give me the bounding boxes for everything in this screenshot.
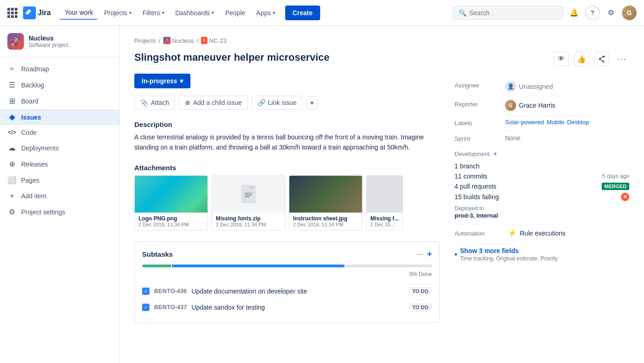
unassigned-icon: 👤 xyxy=(505,81,516,92)
nav-projects[interactable]: Projects ▾ xyxy=(99,6,136,19)
settings-button[interactable]: ⚙ xyxy=(604,6,618,20)
sidebar-item-roadmap[interactable]: ≈ Roadmap xyxy=(0,61,119,77)
subtask-status[interactable]: TO DO xyxy=(408,287,432,295)
share-button[interactable] xyxy=(594,52,609,66)
label-tag-desktop[interactable]: Desktop xyxy=(567,119,589,126)
add-item-icon: + xyxy=(7,192,17,200)
assignee-value[interactable]: 👤 Unassigned xyxy=(505,81,553,92)
link-issue-button[interactable]: 🔗 Link issue xyxy=(252,96,303,109)
sidebar-item-pages[interactable]: ⬜ Pages xyxy=(0,172,119,188)
development-header: Development + xyxy=(454,150,629,157)
subtask-checkbox[interactable]: ✓ xyxy=(142,304,150,311)
automation-row: Automation ⚡ Rule executions xyxy=(454,229,629,237)
breadcrumb-projects[interactable]: Projects xyxy=(134,37,156,44)
attach-button[interactable]: 📎 Attach xyxy=(134,96,175,109)
toolbar-more-button[interactable]: ▾ xyxy=(306,96,318,109)
sidebar-item-deployments[interactable]: ☁ Deployments xyxy=(0,140,119,156)
nav-your-work[interactable]: Your work xyxy=(60,6,98,20)
rule-executions-link[interactable]: Rule executions xyxy=(520,230,566,237)
attachments-heading: Attachments xyxy=(134,164,440,172)
subtasks-add-button[interactable]: + xyxy=(427,249,432,259)
attachment-thumb xyxy=(135,176,207,213)
breadcrumb-nucleus[interactable]: 🚀 Nucleus xyxy=(163,37,194,44)
link-icon: 🔗 xyxy=(258,99,265,106)
merged-badge: MERGED xyxy=(602,183,629,190)
attachment-info: Missing f... 2 Dec 20... xyxy=(367,213,402,230)
reporter-value[interactable]: G Grace Harris xyxy=(505,100,555,111)
sidebar-item-issues[interactable]: ◈ Issues xyxy=(0,109,119,125)
dev-branch-item[interactable]: 1 branch xyxy=(454,161,629,171)
development-add-button[interactable]: + xyxy=(494,150,497,157)
attachment-item[interactable]: Missing f... 2 Dec 20... xyxy=(366,175,403,230)
create-button[interactable]: Create xyxy=(285,6,320,20)
jira-logo[interactable]: Jira xyxy=(23,6,51,19)
sidebar-item-add-item[interactable]: + Add item xyxy=(0,188,119,204)
dev-commits-item[interactable]: 11 commits 5 days ago xyxy=(454,171,629,181)
deployed-info: Deployed to prod-3, Internal xyxy=(454,202,629,221)
show-more-content: Show 3 more fields Time tracking, Origin… xyxy=(460,247,558,262)
subtasks-header: Subtasks ··· + xyxy=(142,249,432,259)
deployed-label: Deployed to xyxy=(454,205,484,212)
sidebar-item-backlog[interactable]: ☰ Backlog xyxy=(0,77,119,93)
subtask-status[interactable]: TO DO xyxy=(408,303,432,311)
breadcrumb-sep-1: / xyxy=(159,37,161,44)
dev-pullrequests-item[interactable]: 4 pull requests MERGED xyxy=(454,181,629,191)
subtask-name[interactable]: Update sandox for testing xyxy=(191,304,404,311)
sidebar-item-code[interactable]: </> Code xyxy=(0,125,119,140)
issue-left: In-progress ▾ 📎 Attach ⊕ Add a child iss… xyxy=(134,74,440,323)
automation-label: Automation xyxy=(454,229,505,237)
attachment-date: 2 Dec 20... xyxy=(370,222,399,227)
sidebar-item-board[interactable]: ⊞ Board xyxy=(0,93,119,109)
attachment-item[interactable]: Instruction sheet.jpg 2 Dec 2018, 11:34 … xyxy=(289,175,362,230)
status-button[interactable]: In-progress ▾ xyxy=(134,74,190,88)
dev-builds-item[interactable]: 15 builds failing ✕ xyxy=(454,191,629,202)
roadmap-icon: ≈ xyxy=(7,65,17,73)
help-button[interactable]: ? xyxy=(585,6,600,20)
project-info: Nucleus Software project xyxy=(29,35,69,48)
sidebar-item-label: Backlog xyxy=(21,81,44,89)
subtask-name[interactable]: Update documentation on developer site xyxy=(191,288,404,295)
reporter-label: Reporter xyxy=(454,100,505,108)
breadcrumb-sep-2: / xyxy=(197,37,199,44)
subtasks-actions: ··· + xyxy=(416,249,432,259)
app-switcher-button[interactable] xyxy=(7,8,17,18)
sidebar-item-label: Add item xyxy=(21,192,46,200)
nav-filters[interactable]: Filters ▾ xyxy=(138,6,169,19)
watch-button[interactable]: 👁 xyxy=(554,52,569,66)
sidebar-item-releases[interactable]: ⊕ Releases xyxy=(0,156,119,172)
filters-chevron: ▾ xyxy=(162,10,164,15)
nav-apps[interactable]: Apps ▾ xyxy=(252,6,280,19)
notifications-button[interactable]: 🔔 xyxy=(567,6,581,20)
nav-dashboards[interactable]: Dashboards ▾ xyxy=(171,6,219,19)
user-avatar[interactable]: G xyxy=(622,6,637,20)
thumbsup-button[interactable]: 👍 xyxy=(574,52,589,66)
label-tag-mobile[interactable]: Mobile xyxy=(547,119,564,126)
attachment-item[interactable]: Logo PNG.png 2 Dec 2018, 11:34 PM xyxy=(134,175,208,230)
attachment-date: 2 Dec 2018, 11:34 PM xyxy=(293,222,358,227)
progress-blue xyxy=(172,265,345,267)
add-child-issue-button[interactable]: ⊕ Add a child issue xyxy=(179,96,248,109)
show-more-label: Show 3 more fields xyxy=(460,247,558,254)
issues-icon: ◈ xyxy=(7,113,17,121)
attachment-name: Missing f... xyxy=(370,215,399,222)
show-more-fields-button[interactable]: ▾ Show 3 more fields Time tracking, Orig… xyxy=(454,242,629,267)
search-box[interactable]: 🔍 xyxy=(453,6,563,20)
main-content: Projects / 🚀 Nucleus / ! NC-23 Slingshot… xyxy=(120,26,644,363)
bolt-icon: ⚡ xyxy=(508,229,517,237)
development-section: Development + 1 branch 11 commits 5 days… xyxy=(454,146,629,225)
sidebar-item-project-settings[interactable]: ⚙ Project settings xyxy=(0,204,119,220)
attachment-item[interactable]: Missing fonts.zip 2 Dec 2018, 11:34 PM xyxy=(212,175,285,230)
labels-field: Labels Solar-powered Mobile Desktop xyxy=(454,115,629,131)
subtasks-more-button[interactable]: ··· xyxy=(416,249,423,259)
project-header[interactable]: 🚀 Nucleus Software project xyxy=(0,26,119,58)
nav-people[interactable]: People xyxy=(220,6,250,19)
sprint-value[interactable]: None xyxy=(505,134,520,142)
assignee-field: Assignee 👤 Unassigned xyxy=(454,77,629,96)
progress-label: 0% Done xyxy=(142,271,432,277)
sidebar-item-label: Pages xyxy=(21,177,40,184)
more-actions-button[interactable]: ··· xyxy=(615,52,629,66)
subtask-checkbox[interactable]: ✓ xyxy=(142,288,150,295)
breadcrumb-issue-id[interactable]: ! NC-23 xyxy=(201,37,226,44)
label-tag-solar[interactable]: Solar-powered xyxy=(505,119,544,126)
search-input[interactable] xyxy=(469,9,557,17)
